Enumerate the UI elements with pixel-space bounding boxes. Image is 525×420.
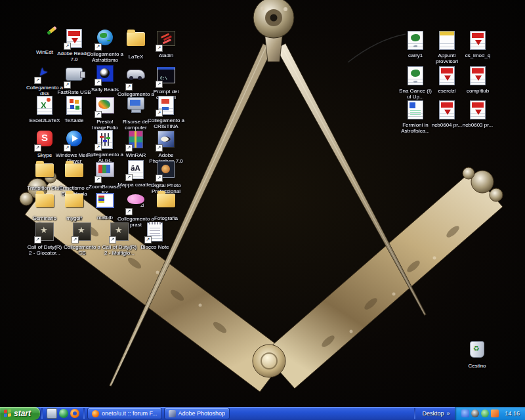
show-desktop-icon[interactable]: [47, 408, 57, 419]
shortcut-arrow-icon: ↗: [94, 144, 102, 151]
volume-icon[interactable]: [471, 410, 479, 417]
firefox-icon[interactable]: [70, 409, 79, 418]
shortcut-arrow-icon: ↗: [72, 236, 79, 243]
matlab-icon: [96, 193, 114, 208]
desktop-toolbar[interactable]: Desktop »: [417, 407, 455, 420]
shortcut-arrow-icon: ↗: [34, 236, 41, 243]
taskbar-clock[interactable]: 14.16: [505, 410, 520, 417]
pdf-icon: [439, 100, 455, 119]
start-label: start: [14, 409, 31, 418]
usb-icon: [66, 68, 83, 81]
shortcut-arrow-icon: ↗: [34, 144, 41, 152]
shortcut-arrow-icon: ↗: [144, 236, 152, 243]
task-button-label: oneto/u.it :: forum F...: [102, 410, 158, 417]
desktop-icon[interactable]: ↗Collegamento a CS: [63, 221, 101, 256]
folder-icon: [35, 194, 54, 207]
desktop-icon-label: Call of Duty(R) 2 - Multigio...: [100, 244, 138, 256]
desktop-icon-label: Cestino: [458, 363, 496, 369]
appunti-icon: [439, 31, 455, 50]
desktop-toolbar-label: Desktop: [422, 410, 444, 417]
shortcut-arrow-icon: ↗: [125, 83, 133, 91]
shortcut-arrow-icon: ↗: [94, 43, 102, 51]
system-tray: 14.16: [455, 407, 525, 420]
pdf-icon: [470, 31, 486, 50]
folder-icon: [65, 163, 83, 177]
desktop-icon-label: Fotografia: [147, 215, 185, 221]
doc-icon: [408, 100, 423, 119]
desktop-icon[interactable]: cs_imod_q: [459, 30, 497, 58]
desktop-icon[interactable]: ↗Blocco Note: [136, 221, 174, 250]
desktop-icon-label: cs_imod_q: [459, 52, 497, 58]
tray-icons: [461, 410, 501, 417]
shortcut-arrow-icon: ↗: [156, 81, 163, 88]
aladin-icon: [157, 31, 175, 46]
shortcut-arrow-icon: ↗: [125, 208, 133, 215]
desktop-icon-label: Blocco Note: [136, 244, 174, 250]
excel-icon: [37, 96, 52, 115]
taskbar: start oneto/u.it :: forum F...Adobe Phot…: [0, 407, 525, 420]
desktop-icon[interactable]: ↗Call of Duty(R) 2 - Giocator...: [26, 221, 64, 256]
desktop-icon[interactable]: ncb0603 pr...: [459, 99, 497, 128]
msn-messenger-icon[interactable]: [461, 410, 469, 417]
pink-icon: [127, 194, 144, 204]
pdf-icon: [470, 66, 486, 85]
quick-launch: [44, 407, 82, 420]
desktop-icon[interactable]: ↗Call of Duty(R) 2 - Multigio...: [100, 221, 138, 256]
shortcut-arrow-icon: ↗: [156, 45, 163, 52]
folder-icon: [127, 32, 145, 46]
computer-icon: [127, 97, 144, 110]
photoshop-icon: [169, 410, 176, 417]
start-button[interactable]: start: [0, 407, 40, 420]
shortcut-arrow-icon: ↗: [125, 174, 133, 181]
chevron-icon[interactable]: »: [446, 410, 450, 417]
shortcut-arrow-icon: ↗: [109, 236, 116, 243]
folder-icon: [65, 194, 83, 207]
folder-icon: [35, 163, 54, 177]
desktop-icon-label: Collegamento a CRISTINA: [147, 117, 185, 129]
shortcut-arrow-icon: ↗: [34, 77, 41, 84]
firefox-icon: [92, 410, 99, 417]
shortcut-arrow-icon: ↗: [94, 79, 102, 86]
task-button-label: Adobe Photoshop: [178, 410, 226, 417]
texaide-icon: [66, 96, 82, 115]
messenger-icon[interactable]: [59, 409, 68, 418]
windows-flag-icon: [4, 409, 12, 417]
task-buttons: oneto/u.it :: forum F...Adobe Photoshop: [86, 407, 231, 420]
task-button[interactable]: Adobe Photoshop: [164, 408, 230, 419]
desktop-icon-label: Aladin: [147, 52, 185, 58]
taskbar-separator: [83, 408, 85, 419]
cestino-icon: [470, 341, 484, 358]
folder-icon: [157, 194, 175, 207]
tex-icon: [408, 66, 423, 85]
taskbar-separator: [41, 408, 43, 419]
tex-icon: [408, 31, 423, 50]
taskbar-separator: [414, 408, 415, 419]
antivirus-icon[interactable]: [481, 410, 489, 417]
pdf-icon: [439, 66, 455, 85]
shortcut-arrow-icon: ↗: [125, 144, 133, 152]
taskbar-empty-space: [231, 407, 413, 420]
shortcut-arrow-icon: ↗: [156, 144, 163, 152]
pdf-icon: [470, 100, 486, 119]
shortcut-arrow-icon: ↗: [156, 175, 163, 182]
desktop-icon[interactable]: ↗Aladin: [147, 28, 185, 58]
car-icon: [127, 70, 145, 79]
desktop-icon[interactable]: ↗Collegamento a CRISTINA: [147, 94, 185, 129]
shortcut-arrow-icon: ↗: [156, 110, 163, 117]
shortcut-arrow-icon: ↗: [94, 176, 102, 183]
shortcut-arrow-icon: ↗: [94, 111, 102, 118]
desktop-icon-label: Call of Duty(R) 2 - Giocator...: [26, 244, 64, 256]
shortcut-arrow-icon: ↗: [64, 81, 71, 89]
shortcut-arrow-icon: ↗: [64, 144, 71, 152]
desktop-icon[interactable]: compitiub: [459, 65, 497, 94]
shortcut-arrow-icon: ↗: [64, 43, 71, 50]
zoomb-icon: [96, 162, 114, 177]
desktop-icon-label: ncb0603 pr...: [459, 122, 497, 128]
desktop-icon-label: Collegamento a CS: [63, 244, 101, 256]
desktop[interactable]: WinEdt↗Adobe Reader 7.0↗Collegamento a A…: [0, 0, 525, 407]
desktop-icon[interactable]: Cestino: [458, 339, 496, 369]
desktop-icon-label: compitiub: [459, 88, 497, 94]
desktop-icon[interactable]: Fotografia: [147, 189, 185, 221]
task-button[interactable]: oneto/u.it :: forum F...: [87, 408, 162, 419]
messenger-alert-icon[interactable]: [491, 410, 499, 417]
